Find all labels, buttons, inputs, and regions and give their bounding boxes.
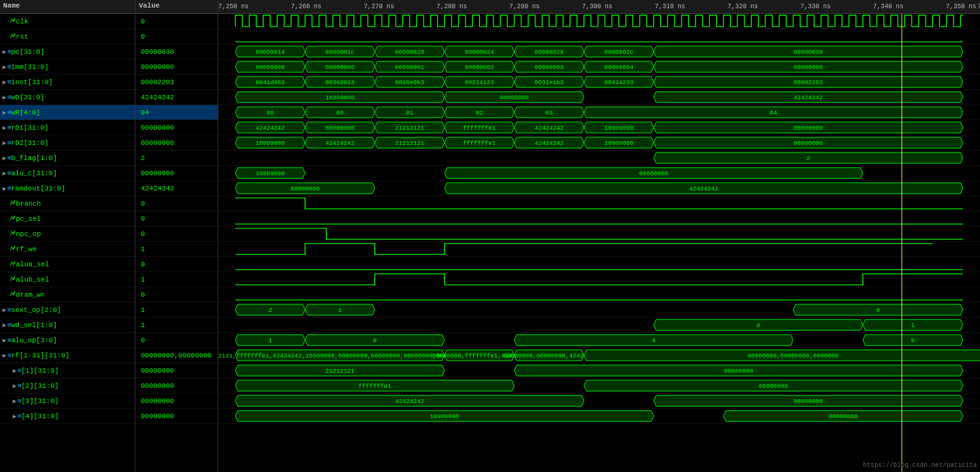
svg-text:00000000: 00000000 bbox=[794, 64, 823, 71]
signal-name-row[interactable]: ▶⊞rD2[31:0] bbox=[0, 135, 135, 151]
signal-name-row[interactable]: ▶⊞imm[31:0] bbox=[0, 59, 135, 75]
signal-name-row[interactable]: ▶⊞[2][31:0] bbox=[0, 378, 135, 394]
signal-name-row[interactable]: ▶⊞rD1[31:0] bbox=[0, 120, 135, 135]
signal-name-row[interactable]: ▶⊞[1][31:0] bbox=[0, 363, 135, 378]
wave-row[interactable]: 109090900000000042424242 bbox=[218, 90, 980, 105]
signal-name-row[interactable]: 🗲rst bbox=[0, 29, 135, 44]
signal-name-row[interactable]: ▶⊞pc[31:0] bbox=[0, 44, 135, 59]
signal-name-row[interactable]: ▶⊞inst[31:0] bbox=[0, 75, 135, 90]
expand-arrow[interactable]: ▶ bbox=[13, 397, 16, 405]
wave-row[interactable] bbox=[218, 227, 980, 242]
wave-row[interactable]: 0041d463003020230010e0b3002141330031e1b3… bbox=[218, 75, 980, 90]
timeline-tick: 7,360 ns bbox=[977, 3, 980, 10]
signal-name-row[interactable]: 🗲branch bbox=[0, 196, 135, 211]
wave-row[interactable]: 01 bbox=[218, 318, 980, 333]
signal-name-row[interactable]: ▶⊞b_flag[1:0] bbox=[0, 151, 135, 166]
expand-arrow[interactable]: ▶ bbox=[13, 382, 16, 390]
wave-row[interactable]: 080001020304 bbox=[218, 105, 980, 120]
signal-name-row[interactable]: 🗲pc_sel bbox=[0, 211, 135, 227]
signal-name-row[interactable]: ▶⊞wD[31:0] bbox=[0, 90, 135, 105]
svg-text:0041d463: 0041d463 bbox=[256, 79, 285, 86]
wave-row[interactable] bbox=[218, 242, 980, 257]
svg-text:42424242: 42424242 bbox=[794, 94, 823, 101]
expand-arrow[interactable]: ▶ bbox=[13, 413, 16, 420]
svg-text:fffffffe1: fffffffe1 bbox=[359, 383, 392, 390]
expand-arrow[interactable]: ▶ bbox=[3, 306, 6, 314]
wave-row[interactable]: 109090904242424221212121fffffffe14242424… bbox=[218, 135, 980, 151]
signal-label: [3][31:0] bbox=[21, 397, 58, 405]
signal-name-row[interactable]: ▶⊞wd_sel[1:0] bbox=[0, 318, 135, 333]
signal-label: sext_op[2:0] bbox=[11, 306, 61, 314]
wave-row[interactable]: 210 bbox=[218, 302, 980, 318]
wave-row[interactable]: 1040 bbox=[218, 333, 980, 348]
signal-value-text: 42424242 bbox=[138, 94, 177, 101]
wave-row[interactable] bbox=[218, 211, 980, 227]
signal-name-row[interactable]: ▶⊞rf[1:31][31:0] bbox=[0, 348, 135, 363]
expand-arrow[interactable]: ▶ bbox=[3, 352, 6, 359]
wave-row[interactable] bbox=[218, 196, 980, 211]
signal-label: wD[31:0] bbox=[11, 94, 44, 101]
wave-row[interactable]: 2121212100000000 bbox=[218, 363, 980, 378]
signal-name-row[interactable]: ▶⊞[4][31:0] bbox=[0, 409, 135, 424]
signal-name-row[interactable]: ▶⊞[3][31:0] bbox=[0, 394, 135, 409]
signal-name-row[interactable]: 🗲rf_we bbox=[0, 242, 135, 257]
wave-row[interactable]: 4242424200000000 bbox=[218, 394, 980, 409]
expand-arrow[interactable]: ▶ bbox=[3, 109, 6, 116]
signal-name-row[interactable]: 🗲alub_sel bbox=[0, 272, 135, 287]
expand-arrow[interactable]: ▶ bbox=[3, 337, 6, 344]
svg-text:0: 0 bbox=[373, 337, 377, 344]
wave-row[interactable] bbox=[218, 257, 980, 272]
wave-row[interactable]: 1090909000000000 bbox=[218, 166, 980, 181]
expand-arrow[interactable]: ▶ bbox=[3, 170, 6, 177]
signal-name-row[interactable]: 🗲alua_sel bbox=[0, 257, 135, 272]
expand-arrow[interactable]: ▶ bbox=[3, 124, 6, 132]
signal-label: wd_sel[1:0] bbox=[11, 321, 57, 329]
value-rows: 0000000030000000000000220342424242040000… bbox=[135, 14, 218, 424]
waveform-area[interactable]: https://blog.csdn.net/paticita 000000140… bbox=[218, 14, 980, 472]
expand-arrow[interactable]: ▶ bbox=[3, 154, 6, 162]
wave-row[interactable]: 1090909000000000 bbox=[218, 409, 980, 424]
signal-value-text: 00000000 bbox=[138, 367, 177, 375]
wave-row[interactable]: 21212121,fffffffe1,42424242,10909090,000… bbox=[218, 348, 980, 363]
wave-row[interactable]: 424242420000000021212121fffffffe14242424… bbox=[218, 120, 980, 135]
signal-icon: 🗲 bbox=[10, 215, 16, 222]
signal-label: wR[4:0] bbox=[11, 109, 40, 116]
wave-row[interactable]: 0000000800000000000000010000000200000003… bbox=[218, 59, 980, 75]
svg-text:0: 0 bbox=[876, 307, 880, 314]
signal-name-row[interactable]: ▶⊞alu_c[31:0] bbox=[0, 166, 135, 181]
expand-arrow[interactable]: ▶ bbox=[3, 94, 6, 101]
wave-row[interactable]: 0000000042424242 bbox=[218, 181, 980, 196]
wave-row[interactable] bbox=[218, 287, 980, 302]
wave-row[interactable] bbox=[218, 272, 980, 287]
expand-arrow[interactable]: ▶ bbox=[3, 321, 6, 329]
expand-arrow[interactable]: ▶ bbox=[3, 63, 6, 71]
expand-arrow[interactable]: ▶ bbox=[13, 367, 16, 375]
svg-text:00000000: 00000000 bbox=[794, 398, 823, 405]
svg-text:10909090: 10909090 bbox=[604, 125, 633, 132]
expand-arrow[interactable]: ▶ bbox=[3, 185, 6, 192]
signal-value-text: 00000000 bbox=[138, 124, 177, 132]
signal-name-row[interactable]: ▶⊞sext_op[2:0] bbox=[0, 302, 135, 318]
wave-row[interactable]: 2 bbox=[218, 151, 980, 166]
signal-name-row[interactable]: 🗲dram_wr bbox=[0, 287, 135, 302]
signal-icon: 🗲 bbox=[10, 261, 16, 268]
signal-value-text: 1 bbox=[138, 306, 147, 314]
wave-row[interactable]: fffffffe100000000 bbox=[218, 378, 980, 394]
wave-row[interactable] bbox=[218, 29, 980, 44]
signal-value-row: 00000000,00000000 bbox=[135, 348, 218, 363]
wave-row[interactable]: 000000140000001c000000200000002400000028… bbox=[218, 44, 980, 59]
signal-name-row[interactable]: ▶⊞ramdout[31:0] bbox=[0, 181, 135, 196]
expand-arrow[interactable]: ▶ bbox=[3, 78, 6, 86]
timeline-tick: 7,350 ns bbox=[946, 3, 976, 10]
signal-name-row[interactable]: 🗲clk bbox=[0, 14, 135, 29]
signal-name-row[interactable]: ▶⊞wR[4:0] bbox=[0, 105, 135, 120]
signal-name-row[interactable]: 🗲npc_op bbox=[0, 227, 135, 242]
expand-arrow[interactable]: ▶ bbox=[3, 48, 6, 56]
timeline-tick: 7,270 ns bbox=[364, 3, 394, 10]
signal-value-row: 1 bbox=[135, 318, 218, 333]
signal-name-row[interactable]: ▶⊞alu_op[3:0] bbox=[0, 333, 135, 348]
signal-label: [1][31:0] bbox=[21, 367, 58, 375]
wave-row[interactable] bbox=[218, 14, 980, 29]
svg-text:10909090: 10909090 bbox=[430, 413, 459, 420]
expand-arrow[interactable]: ▶ bbox=[3, 139, 6, 147]
